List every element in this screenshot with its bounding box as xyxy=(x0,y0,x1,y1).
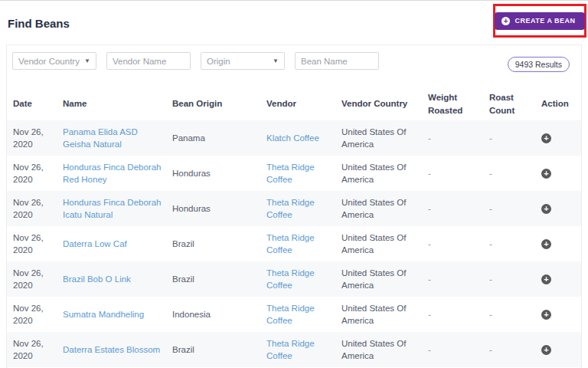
column-header-vendor-country: Vendor Country xyxy=(335,87,422,120)
weight-roasted-cell: - xyxy=(422,332,483,367)
name-cell: Sumatra Mandheling xyxy=(57,297,166,332)
roast-count-cell: - xyxy=(483,332,535,367)
vendor-cell: Theta Ridge Coffee xyxy=(260,332,335,367)
add-roast-icon[interactable]: + xyxy=(541,169,551,179)
name-cell: Daterra Estates Blossom xyxy=(57,332,166,367)
vendor-country-select[interactable]: Vendor Country ▼ xyxy=(12,52,96,70)
name-cell: Honduras Finca Deborah Red Honey xyxy=(57,156,166,191)
roast-count-cell: - xyxy=(483,156,535,191)
vendor-link[interactable]: Theta Ridge Coffee xyxy=(266,339,315,360)
vendor-cell: Theta Ridge Coffee xyxy=(260,156,335,191)
action-cell: + xyxy=(535,226,581,261)
vendor-name-input[interactable] xyxy=(106,52,191,70)
bean-name-link[interactable]: Brazil Bob O Link xyxy=(63,274,131,284)
chevron-down-icon: ▼ xyxy=(84,58,90,64)
vendor-country-cell: United States Of America xyxy=(335,332,422,367)
bean-origin-cell: Brazil xyxy=(166,261,260,297)
table-row: Nov 26, 2020 Panama Elida ASD Geisha Nat… xyxy=(7,120,581,156)
vendor-link[interactable]: Theta Ridge Coffee xyxy=(266,233,315,255)
vendor-link[interactable]: Theta Ridge Coffee xyxy=(266,198,315,219)
weight-roasted-cell: - xyxy=(422,226,483,261)
column-header-name: Name xyxy=(57,87,166,120)
action-cell: + xyxy=(535,120,581,156)
bean-name-link[interactable]: Daterra Low Caf xyxy=(63,239,127,248)
red-annotation-box: + CREATE A BEAN xyxy=(493,4,586,38)
vendor-cell: Theta Ridge Coffee xyxy=(260,297,335,332)
add-roast-icon[interactable]: + xyxy=(541,345,551,355)
vendor-country-cell: United States Of America xyxy=(335,226,422,261)
vendor-link[interactable]: Theta Ridge Coffee xyxy=(266,163,315,184)
vendor-link[interactable]: Theta Ridge Coffee xyxy=(266,268,315,290)
create-a-bean-label: CREATE A BEAN xyxy=(514,17,575,25)
weight-roasted-cell: - xyxy=(422,156,483,191)
bean-origin-cell: Brazil xyxy=(166,226,260,261)
add-roast-icon[interactable]: + xyxy=(541,239,551,249)
name-cell: Honduras Finca Deborah Icatu Natural xyxy=(57,191,166,226)
bean-name-link[interactable]: Honduras Finca Deborah Red Honey xyxy=(63,163,162,184)
roast-count-cell: - xyxy=(483,226,535,261)
beans-table: DateNameBean OriginVendorVendor CountryW… xyxy=(7,87,581,367)
weight-roasted-cell: - xyxy=(422,261,483,297)
chevron-down-icon: ▼ xyxy=(273,58,279,64)
bean-origin-cell: Honduras xyxy=(166,156,260,191)
action-cell: + xyxy=(535,191,581,226)
filter-bar: Vendor Country ▼ Origin ▼ xyxy=(12,52,581,70)
date-cell: Nov 26, 2020 xyxy=(7,261,57,297)
bean-name-link[interactable]: Panama Elida ASD Geisha Natural xyxy=(63,127,138,149)
vendor-cell: Theta Ridge Coffee xyxy=(260,261,335,297)
results-card: Vendor Country ▼ Origin ▼ 9493 Results D… xyxy=(6,44,582,368)
vendor-country-cell: United States Of America xyxy=(335,261,422,297)
weight-roasted-cell: - xyxy=(422,297,483,332)
bean-name-link[interactable]: Honduras Finca Deborah Icatu Natural xyxy=(63,198,162,219)
name-cell: Brazil Bob O Link xyxy=(57,261,166,297)
vendor-link[interactable]: Klatch Coffee xyxy=(266,133,319,143)
date-cell: Nov 26, 2020 xyxy=(7,156,57,191)
origin-select[interactable]: Origin ▼ xyxy=(201,52,285,70)
add-roast-icon[interactable]: + xyxy=(541,133,551,143)
origin-select-label: Origin xyxy=(207,57,230,66)
table-body: Nov 26, 2020 Panama Elida ASD Geisha Nat… xyxy=(7,120,581,367)
bean-name-link[interactable]: Sumatra Mandheling xyxy=(63,310,144,319)
column-header-bean-origin: Bean Origin xyxy=(166,87,260,120)
vendor-country-cell: United States Of America xyxy=(335,120,422,156)
action-cell: + xyxy=(535,297,581,332)
vendor-country-cell: United States Of America xyxy=(335,156,422,191)
table-row: Nov 26, 2020 Daterra Estates Blossom Bra… xyxy=(7,332,581,367)
vendor-cell: Theta Ridge Coffee xyxy=(260,191,335,226)
vendor-country-cell: United States Of America xyxy=(335,297,422,332)
results-count-badge: 9493 Results xyxy=(508,57,570,72)
table-row: Nov 26, 2020 Sumatra Mandheling Indonesi… xyxy=(7,297,581,332)
bean-name-input[interactable] xyxy=(295,52,379,70)
action-cell: + xyxy=(535,261,581,297)
add-roast-icon[interactable]: + xyxy=(541,204,551,214)
add-roast-icon[interactable]: + xyxy=(541,310,551,320)
page-title: Find Beans xyxy=(8,17,70,30)
date-cell: Nov 26, 2020 xyxy=(7,332,57,367)
name-cell: Daterra Low Caf xyxy=(57,226,166,261)
table-row: Nov 26, 2020 Honduras Finca Deborah Icat… xyxy=(7,191,581,226)
vendor-cell: Theta Ridge Coffee xyxy=(260,226,335,261)
table-row: Nov 26, 2020 Brazil Bob O Link Brazil Th… xyxy=(7,261,581,297)
find-beans-page: { "page": { "title": "Find Beans" }, "cr… xyxy=(0,0,588,368)
create-a-bean-button[interactable]: + CREATE A BEAN xyxy=(495,12,584,30)
table-row: Nov 26, 2020 Daterra Low Caf Brazil Thet… xyxy=(7,226,581,261)
roast-count-cell: - xyxy=(483,261,535,297)
date-cell: Nov 26, 2020 xyxy=(7,226,57,261)
column-header-action: Action xyxy=(535,87,581,120)
add-roast-icon[interactable]: + xyxy=(541,274,551,284)
roast-count-cell: - xyxy=(483,120,535,156)
bean-origin-cell: Indonesia xyxy=(166,297,260,332)
bean-origin-cell: Brazil xyxy=(166,332,260,367)
bean-origin-cell: Honduras xyxy=(166,191,260,226)
weight-roasted-cell: - xyxy=(422,120,483,156)
bean-name-link[interactable]: Daterra Estates Blossom xyxy=(63,345,160,354)
roast-count-cell: - xyxy=(483,191,535,226)
column-header-weight-roasted: Weight Roasted xyxy=(422,87,483,120)
weight-roasted-cell: - xyxy=(422,191,483,226)
column-header-date: Date xyxy=(7,87,57,120)
vendor-link[interactable]: Theta Ridge Coffee xyxy=(266,304,315,325)
column-header-vendor: Vendor xyxy=(260,87,335,120)
vendor-cell: Klatch Coffee xyxy=(260,120,335,156)
plus-circle-icon: + xyxy=(501,17,510,25)
action-cell: + xyxy=(535,156,581,191)
